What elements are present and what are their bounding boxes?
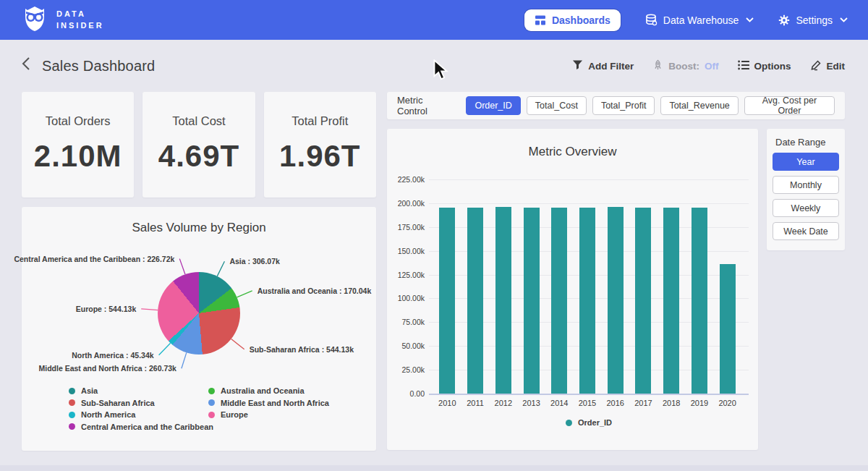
dashboard-icon bbox=[535, 14, 546, 26]
bar-2010[interactable] bbox=[439, 208, 455, 394]
pie-legend-column: AsiaSub-Saharan AfricaNorth AmericaCentr… bbox=[69, 385, 213, 433]
nav-item-label: Data Warehouse bbox=[663, 14, 739, 26]
action-label: Options bbox=[754, 61, 791, 72]
y-axis-tick: 150.00k bbox=[388, 247, 425, 255]
brand-text: DATA INSIDER bbox=[56, 9, 104, 32]
metric-button-total_cost[interactable]: Total_Cost bbox=[527, 96, 587, 115]
date-range-button-year[interactable]: Year bbox=[773, 153, 839, 171]
action-label: Add Filter bbox=[588, 61, 634, 72]
pie-label-middle-east-and-north-africa: Middle East and North Africa : 260.73k bbox=[39, 364, 176, 373]
rocket-icon bbox=[652, 59, 663, 73]
pie-legend-item[interactable]: Central America and the Caribbean bbox=[69, 421, 213, 433]
y-axis-tick: 225.00k bbox=[388, 175, 425, 184]
date-range-button-monthly[interactable]: Monthly bbox=[773, 176, 839, 194]
add-filter-button[interactable]: Add Filter bbox=[572, 59, 634, 72]
metric-control-buttons: Order_IDTotal_CostTotal_ProfitTotal_Reve… bbox=[466, 96, 835, 115]
bar-2020[interactable] bbox=[720, 264, 736, 394]
kpi-value: 2.10M bbox=[22, 139, 134, 174]
pie-chart[interactable] bbox=[158, 272, 240, 355]
kpi-label: Total Profit bbox=[264, 114, 376, 128]
chevron-down-icon bbox=[840, 17, 848, 22]
owl-logo-icon bbox=[20, 4, 49, 36]
gear-icon bbox=[778, 14, 790, 26]
options-button[interactable]: Options bbox=[738, 60, 791, 72]
action-label: Edit bbox=[827, 61, 846, 72]
boost-button[interactable]: Boost:Off bbox=[652, 59, 718, 73]
pie-leader-line bbox=[231, 339, 244, 349]
legend-dot bbox=[69, 388, 75, 394]
pie-label-asia: Asia : 306.07k bbox=[229, 257, 279, 266]
brand[interactable]: DATA INSIDER bbox=[20, 4, 104, 36]
left-column: Total Orders2.10MTotal Cost4.69TTotal Pr… bbox=[22, 92, 376, 451]
list-icon bbox=[738, 60, 749, 72]
metric-control-label: Metric Control bbox=[397, 95, 454, 116]
x-axis-tick: 2014 bbox=[545, 399, 574, 407]
date-range-label: Date Range bbox=[775, 137, 839, 148]
date-range-buttons: YearMonthlyWeeklyWeek Date bbox=[773, 148, 839, 240]
date-range-card: Date Range YearMonthlyWeeklyWeek Date bbox=[767, 129, 845, 250]
bar-2017[interactable] bbox=[635, 208, 651, 394]
metric-button-total_revenue[interactable]: Total_Revenue bbox=[660, 96, 738, 115]
legend-label: Australia and Oceania bbox=[221, 386, 305, 395]
legend-label: Asia bbox=[81, 386, 98, 395]
nav-menu: DashboardsData WarehouseSettings bbox=[524, 9, 848, 31]
legend-dot bbox=[69, 412, 75, 418]
nav-item-dashboards[interactable]: Dashboards bbox=[524, 9, 621, 31]
metric-button-avg-cost-per-order[interactable]: Avg. Cost per Order bbox=[744, 96, 835, 115]
y-axis-tick: 25.00k bbox=[388, 365, 425, 374]
y-axis-tick: 100.00k bbox=[388, 294, 425, 302]
pie-legend-column: Australia and OceaniaMiddle East and Nor… bbox=[208, 385, 329, 421]
bar-2011[interactable] bbox=[467, 208, 483, 394]
pie-legend-item[interactable]: Sub-Saharan Africa bbox=[69, 397, 213, 410]
legend-dot bbox=[69, 399, 75, 406]
bar-2015[interactable] bbox=[579, 208, 595, 394]
boost-state: Off bbox=[705, 61, 719, 72]
action-label: Boost: bbox=[668, 61, 699, 72]
pie-legend-item[interactable]: North America bbox=[69, 409, 213, 421]
dashboard-content: Total Orders2.10MTotal Cost4.69TTotal Pr… bbox=[0, 92, 868, 451]
kpi-label: Total Cost bbox=[142, 114, 255, 128]
pie-legend-item[interactable]: Middle East and North Africa bbox=[208, 397, 329, 410]
legend-dot bbox=[208, 412, 215, 418]
pie-legend-item[interactable]: Asia bbox=[69, 385, 213, 397]
bar-2012[interactable] bbox=[495, 207, 511, 394]
bar-2016[interactable] bbox=[608, 207, 624, 394]
date-range-button-weekly[interactable]: Weekly bbox=[773, 199, 839, 217]
bar-2013[interactable] bbox=[524, 208, 540, 394]
chevron-down-icon bbox=[746, 17, 754, 22]
bar-2018[interactable] bbox=[663, 208, 679, 394]
back-button[interactable] bbox=[22, 56, 30, 76]
bar-chart-legend[interactable]: Order_ID bbox=[429, 418, 749, 427]
nav-item-settings[interactable]: Settings bbox=[778, 14, 848, 26]
kpi-card-total-profit: Total Profit1.96T bbox=[264, 92, 376, 198]
nav-item-label: Dashboards bbox=[552, 14, 610, 26]
pie-chart-card: Sales Volume by Region Asia : 306.07kAus… bbox=[22, 207, 376, 451]
metric-button-total_profit[interactable]: Total_Profit bbox=[592, 96, 655, 115]
x-axis-tick: 2020 bbox=[713, 399, 742, 407]
header-actions: Add FilterBoost:OffOptionsEdit bbox=[572, 59, 845, 73]
pencil-icon bbox=[810, 59, 822, 73]
legend-label: Central America and the Caribbean bbox=[81, 423, 213, 431]
page-title: Sales Dashboard bbox=[42, 58, 155, 75]
pie-legend-item[interactable]: Europe bbox=[208, 409, 329, 421]
y-axis-tick: 125.00k bbox=[388, 271, 425, 279]
legend-label: Europe bbox=[221, 410, 248, 419]
pie-label-central-america-and-the-caribbean: Central America and the Caribbean : 226.… bbox=[14, 255, 174, 263]
x-axis-tick: 2018 bbox=[657, 399, 686, 407]
metric-button-order_id[interactable]: Order_ID bbox=[466, 96, 520, 115]
bar-2014[interactable] bbox=[551, 208, 567, 394]
legend-dot bbox=[566, 420, 572, 426]
page-header: Sales Dashboard Add FilterBoost:OffOptio… bbox=[0, 40, 868, 92]
x-axis-tick: 2011 bbox=[461, 399, 490, 407]
date-range-button-week-date[interactable]: Week Date bbox=[773, 222, 839, 240]
top-nav: DATA INSIDER DashboardsData WarehouseSet… bbox=[0, 0, 868, 40]
edit-button[interactable]: Edit bbox=[810, 59, 846, 73]
bar-chart-card: Metric Overview 225.00k200.00k175.00k150… bbox=[387, 129, 758, 450]
nav-item-data-warehouse[interactable]: Data Warehouse bbox=[645, 14, 754, 26]
kpi-value: 4.69T bbox=[142, 139, 255, 174]
pie-leader-line bbox=[179, 259, 185, 275]
pie-label-sub-saharan-africa: Sub-Saharan Africa : 544.13k bbox=[250, 345, 354, 354]
bar-2019[interactable] bbox=[692, 208, 707, 394]
pie-legend-item[interactable]: Australia and Oceania bbox=[208, 385, 329, 397]
x-axis-tick: 2017 bbox=[629, 399, 658, 407]
